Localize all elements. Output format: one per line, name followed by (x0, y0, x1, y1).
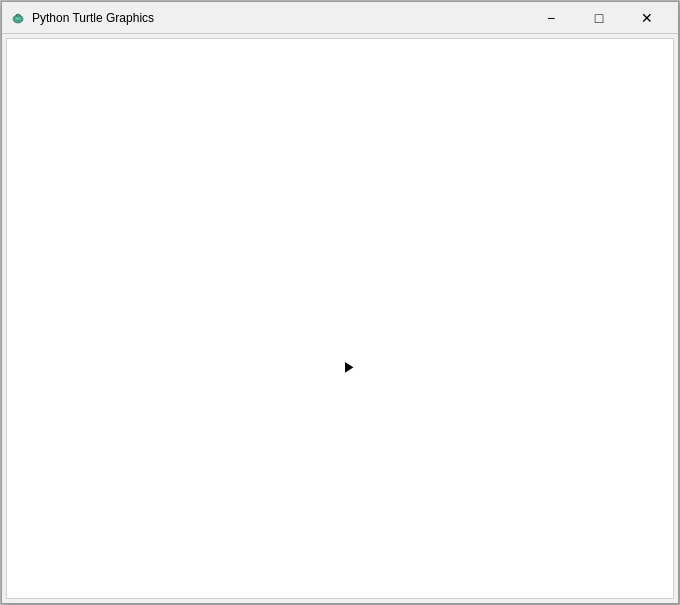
svg-point-2 (16, 14, 20, 17)
titlebar-controls: − □ ✕ (528, 2, 670, 34)
close-button[interactable]: ✕ (624, 2, 670, 34)
maximize-button[interactable]: □ (576, 2, 622, 34)
minimize-button[interactable]: − (528, 2, 574, 34)
window-title: Python Turtle Graphics (32, 11, 154, 25)
window: Python Turtle Graphics − □ ✕ ▶ (1, 1, 679, 604)
turtle-icon (10, 10, 26, 26)
svg-point-3 (16, 14, 17, 15)
turtle-canvas: ▶ (6, 38, 674, 599)
titlebar-left: Python Turtle Graphics (10, 10, 154, 26)
svg-point-4 (19, 14, 20, 15)
titlebar: Python Turtle Graphics − □ ✕ (2, 2, 678, 34)
